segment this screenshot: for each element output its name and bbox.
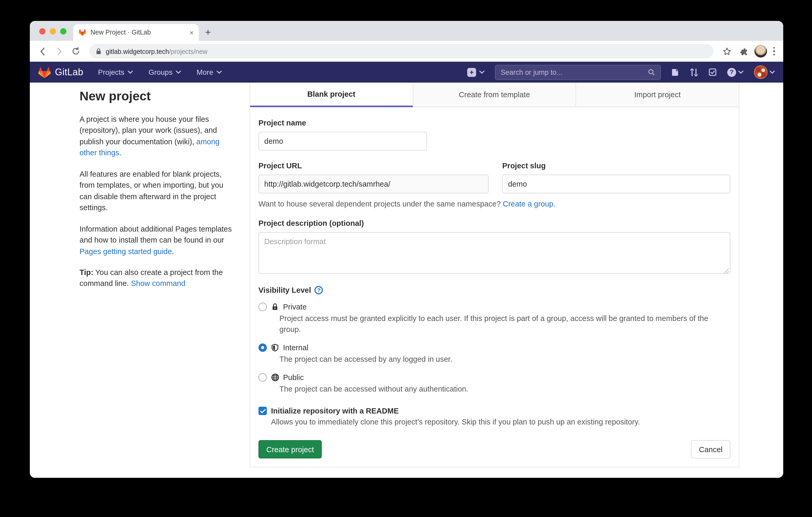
todo-check-icon [708,68,717,76]
help-icon: ? [727,68,736,77]
cancel-button[interactable]: Cancel [691,440,730,458]
visibility-level-label: Visibility Level [258,286,311,294]
issues-icon [671,68,679,77]
menu-projects[interactable]: Projects [98,68,133,76]
gitlab-favicon-icon [79,29,86,36]
tab-title: New Project · GitLab [90,29,185,36]
project-name-label: Project name [258,119,730,127]
private-label[interactable]: Private [283,302,307,311]
navbar-menu: Projects Groups More [98,68,222,76]
url-host: gitlab.widgetcorp.tech [106,48,169,55]
visibility-option-public: Public The project can be accessed witho… [258,373,730,395]
url-path: /projects/new [169,48,207,55]
chevron-down-icon [176,70,181,74]
search-placeholder: Search or jump to... [501,68,648,76]
sidebar-paragraph: All features are enabled for blank proje… [80,169,232,214]
tab-blank-project[interactable]: Blank project [250,83,412,107]
gitlab-logo-icon [38,66,51,78]
readme-label[interactable]: Initialize repository with a README [271,407,399,415]
chevron-down-icon [738,70,744,74]
public-label[interactable]: Public [283,373,304,381]
browser-toolbar: gitlab.widgetcorp.tech/projects/new [30,41,783,62]
blank-project-form: Project name Project URL Project slug Wa… [250,107,739,467]
page-title: New project [80,89,232,103]
tab-import-project[interactable]: Import project [576,83,739,107]
tab-create-from-template[interactable]: Create from template [412,83,576,107]
menu-groups[interactable]: Groups [149,68,181,76]
readme-section: Initialize repository with a README Allo… [258,407,730,426]
tab-close-icon[interactable]: × [190,29,194,36]
chevron-down-icon [128,70,133,74]
create-group-link[interactable]: Create a group. [503,200,556,208]
shield-icon [270,343,280,352]
back-icon[interactable] [36,45,49,58]
browser-profile-avatar[interactable] [754,45,767,58]
search-input[interactable]: Search or jump to... [495,65,661,80]
lock-icon [96,48,102,55]
private-radio[interactable] [258,302,267,311]
browser-window: New Project · GitLab × + gitlab.widgetc [30,21,783,478]
create-project-button[interactable]: Create project [258,440,322,458]
gitlab-brand[interactable]: GitLab [38,66,83,78]
public-radio[interactable] [258,373,267,381]
project-slug-input[interactable] [502,175,730,193]
readme-description: Allows you to immediately clone this pro… [271,418,730,426]
show-command-link[interactable]: Show command [131,279,185,288]
browser-tab[interactable]: New Project · GitLab × [73,24,199,41]
new-tab-button[interactable]: + [205,27,211,37]
internal-radio[interactable] [258,343,267,352]
private-description: Project access must be granted explicitl… [280,313,729,335]
project-type-tabs: Blank project Create from template Impor… [250,83,739,107]
pages-guide-link[interactable]: Pages getting started guide [80,247,172,255]
lock-icon [270,302,280,311]
project-description-input[interactable] [258,232,730,274]
project-slug-label: Project slug [502,161,730,170]
visibility-help-icon[interactable]: ? [315,286,323,294]
browser-tab-strip: New Project · GitLab × + [30,21,783,41]
forward-icon[interactable] [53,45,65,58]
new-menu-button[interactable]: + [467,68,485,77]
new-project-panel: Blank project Create from template Impor… [250,83,739,467]
readme-checkbox[interactable] [258,407,267,415]
internal-label[interactable]: Internal [283,343,309,352]
zoom-window-button[interactable] [60,28,66,34]
sidebar-help-text: New project A project is where you house… [80,89,232,300]
chevron-down-icon [216,70,222,74]
close-window-button[interactable] [39,28,46,34]
sidebar-paragraph: Information about additional Pages templ… [80,223,232,257]
bookmark-star-icon[interactable] [721,45,733,58]
search-icon [648,68,655,76]
visibility-option-private: Private Project access must be granted e… [258,302,730,335]
help-menu-button[interactable]: ? [727,68,744,77]
project-description-label: Project description (optional) [258,219,730,227]
traffic-lights [39,28,66,34]
merge-request-icon [690,68,698,77]
globe-icon [270,373,280,382]
internal-description: The project can be accessed by any logge… [280,354,729,365]
page-content: New project A project is where you house… [30,83,783,478]
project-name-input[interactable] [258,132,427,151]
merge-requests-button[interactable] [690,68,698,77]
plus-icon: + [467,68,476,77]
sidebar-paragraph: A project is where you house your files … [80,114,232,159]
gitlab-navbar: GitLab Projects Groups More + [30,62,783,83]
issues-button[interactable] [671,68,679,77]
chevron-down-icon [479,70,485,74]
browser-menu-icon[interactable] [771,47,777,56]
minimize-window-button[interactable] [50,28,56,34]
todos-button[interactable] [708,68,717,76]
visibility-option-internal: Internal The project can be accessed by … [258,343,730,365]
brand-name: GitLab [55,67,83,78]
project-url-input[interactable] [258,175,489,193]
chevron-down-icon [770,70,775,74]
project-url-label: Project URL [258,161,489,170]
namespace-hint: Want to house several dependent projects… [258,200,730,208]
url-bar[interactable]: gitlab.widgetcorp.tech/projects/new [89,44,714,59]
extensions-puzzle-icon[interactable] [737,45,750,58]
menu-more[interactable]: More [197,68,222,76]
sidebar-tip: Tip: You can also create a project from … [80,267,232,290]
check-icon [260,408,265,413]
public-description: The project can be accessed without any … [280,384,729,395]
user-menu-button[interactable] [754,65,775,79]
refresh-icon[interactable] [69,45,82,58]
